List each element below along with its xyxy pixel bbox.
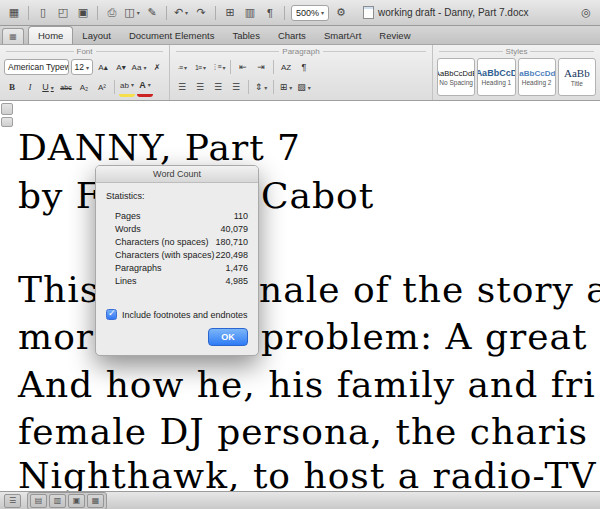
insert-table-icon[interactable]: ⊞ [222,5,238,21]
style-name: Heading 2 [522,79,552,86]
window-title-text: working draft - Danny, Part 7.docx [378,7,528,18]
font-size-select[interactable]: 12 [71,59,93,75]
tab-document-elements[interactable]: Document Elements [120,27,224,44]
paste-icon[interactable]: ◫ [124,5,140,21]
font-group-label: Font [0,45,169,57]
doc-heading-line-2-left: by F [18,178,102,214]
document-icon [363,6,374,19]
tab-tables[interactable]: Tables [223,27,268,44]
show-formatting-icon[interactable]: ¶ [262,5,278,21]
print-icon[interactable]: ⎙ [104,5,120,21]
stat-value: 40,079 [220,223,248,236]
font-size-value: 12 [75,62,84,72]
borders-button[interactable]: ⊞ [278,79,294,95]
underline-button[interactable]: U [40,79,56,95]
sort-button[interactable]: AZ [278,59,294,75]
include-footnotes-checkbox[interactable] [106,309,117,320]
clear-formatting-button[interactable]: ✗ [149,59,165,75]
align-right-button[interactable]: ☰ [210,79,226,95]
ribbon-tab-strip: ▦ Home Layout Document Elements Tables C… [0,26,600,45]
ribbon-start-tab-icon[interactable]: ▦ [2,28,24,44]
outline-view-icon[interactable]: ▤ [30,494,47,508]
print-layout-view-icon[interactable]: ▣ [68,494,85,508]
new-document-icon[interactable]: ▯ [35,5,51,21]
toolbar-separator [28,6,29,20]
style-name: Title [571,80,583,87]
increase-indent-button[interactable]: ⇥ [253,59,269,75]
notebook-view-icon[interactable]: ▦ [87,494,104,508]
stat-row-words: Words 40,079 [106,223,248,236]
toolbar-separator [97,6,98,20]
subscript-button[interactable]: A₂ [76,79,92,95]
dialog-titlebar[interactable]: Word Count [96,166,258,183]
font-name-value: American Typew... [8,62,69,72]
toolbar-separator [284,6,285,20]
publishing-view-icon[interactable]: ▥ [49,494,66,508]
ruler-widget[interactable] [1,117,13,127]
highlight-button[interactable]: ab [119,78,135,97]
tab-home[interactable]: Home [28,26,73,44]
open-icon[interactable]: ◰ [55,5,71,21]
redo-icon[interactable]: ↷ [193,5,209,21]
style-heading-2[interactable]: AaBbCcDd1 Heading 2 [518,58,556,96]
shrink-font-button[interactable]: A▾ [113,59,129,75]
style-title[interactable]: AaBb Title [558,58,596,96]
stat-row-paragraphs: Paragraphs 1,476 [106,262,248,275]
zoom-value: 500% [296,8,319,18]
style-no-spacing[interactable]: AaBbCcDdE No Spacing [437,58,475,96]
stat-row-characters-no-spaces: Characters (no spaces) 180,710 [106,236,248,249]
align-center-button[interactable]: ☰ [192,79,208,95]
tab-charts[interactable]: Charts [269,27,315,44]
button-separator [273,60,274,74]
draft-view-icon[interactable]: ☰ [4,494,21,508]
bullet-list-button[interactable]: ∙≡ [174,59,190,75]
show-paragraph-button[interactable]: ¶ [296,59,312,75]
stat-row-characters-with-spaces: Characters (with spaces) 220,498 [106,249,248,262]
toolbar-grid-icon[interactable]: ▦ [6,5,22,21]
save-icon[interactable]: ▣ [75,5,91,21]
gear-icon[interactable]: ⚙ [333,5,349,21]
styles-group: Styles AaBbCcDdE No Spacing AaBbCcD Head… [433,45,600,100]
tab-stop-selector[interactable] [1,103,13,115]
strikethrough-button[interactable]: abc [58,79,74,95]
numbered-list-button[interactable]: 1≡ [192,59,208,75]
button-separator [230,60,231,74]
document-canvas[interactable]: DANNY, Part 7 by F Cabot This nale of th… [0,101,600,491]
style-preview: AaBbCcDd1 [518,69,556,78]
paragraph-group: Paragraph ∙≡ 1≡ ⋮≡ ⇤ ⇥ AZ ¶ ☰ ☰ ☰ ☰ ⇕ ⊞ [170,45,433,100]
doc-heading-line-2-right: Cabot [261,178,374,214]
ok-button[interactable]: OK [208,328,248,346]
multilevel-list-button[interactable]: ⋮≡ [210,59,226,75]
button-separator [114,80,115,94]
stat-label: Paragraphs [115,262,162,275]
grow-font-button[interactable]: A▴ [95,59,111,75]
shading-button[interactable]: ▨ [296,79,312,95]
tab-smartart[interactable]: SmartArt [315,27,370,44]
stat-row-lines: Lines 4,985 [106,275,248,288]
paragraph-group-label: Paragraph [170,45,432,57]
align-left-button[interactable]: ☰ [174,79,190,95]
zoom-select[interactable]: 500% [291,5,329,21]
button-separator [248,80,249,94]
style-heading-1[interactable]: AaBbCcD Heading 1 [477,58,515,96]
font-color-button[interactable]: A [137,78,153,97]
search-icon[interactable]: ◎ [578,5,594,21]
undo-icon[interactable]: ↶ [173,5,189,21]
format-painter-icon[interactable]: ✎ [144,5,160,21]
justify-button[interactable]: ☰ [228,79,244,95]
change-case-button[interactable]: Aa [131,59,147,75]
tab-layout[interactable]: Layout [73,27,120,44]
doc-body-line-4: female DJ persona, the charis [18,414,588,450]
stat-value: 180,710 [215,236,248,249]
decrease-indent-button[interactable]: ⇤ [235,59,251,75]
insert-columns-icon[interactable]: ▥ [242,5,258,21]
line-spacing-button[interactable]: ⇕ [253,79,269,95]
doc-body-line-2-right: problem: A great [261,319,587,355]
bold-button[interactable]: B [4,79,20,95]
italic-button[interactable]: I [22,79,38,95]
word-window: ▦ ▯ ◰ ▣ ⎙ ◫ ✎ ↶ ↷ ⊞ ▥ ¶ 500% ⚙ working d… [0,0,600,509]
tab-review[interactable]: Review [370,27,419,44]
superscript-button[interactable]: A² [94,79,110,95]
stat-value: 4,985 [225,275,248,288]
font-name-select[interactable]: American Typew... [4,59,69,75]
